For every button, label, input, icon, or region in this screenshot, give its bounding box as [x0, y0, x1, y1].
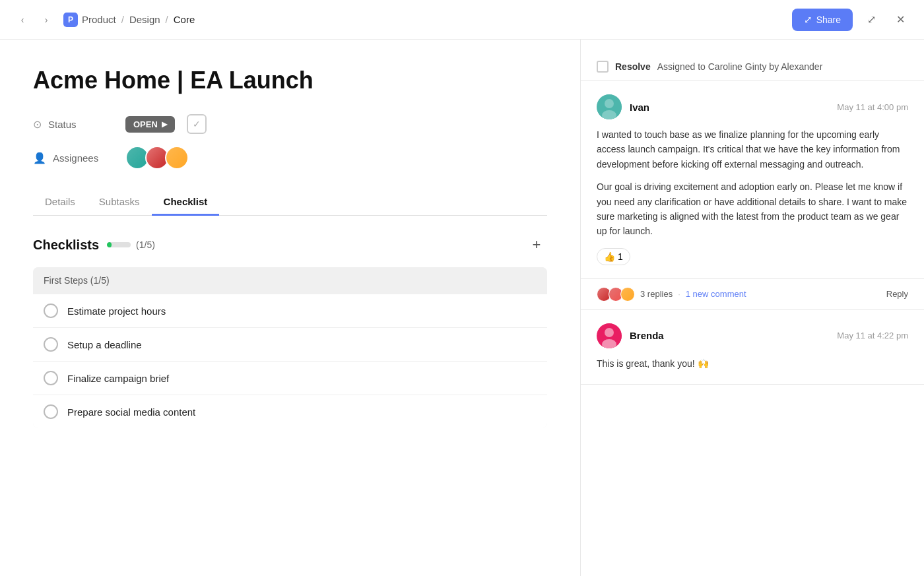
comment-header-ivan: Ivan May 11 at 4:00 pm — [597, 94, 908, 119]
comment-body-ivan: I wanted to touch base as we finalize pl… — [597, 127, 908, 239]
comment-author-ivan: Ivan — [630, 102, 649, 113]
breadcrumb-product[interactable]: Product — [82, 14, 116, 25]
status-badge[interactable]: OPEN ▶ — [125, 116, 175, 133]
share-label: Share — [816, 15, 841, 25]
reaction-thumbsup[interactable]: 👍 1 — [597, 248, 630, 265]
tabs: Details Subtasks Checklist — [33, 189, 547, 216]
reply-avatars — [597, 287, 635, 302]
breadcrumb: P Product / Design / Core — [63, 13, 195, 27]
breadcrumb-sep-1: / — [121, 14, 124, 25]
header: ‹ › P Product / Design / Core ⤢ Share ⤢ … — [0, 0, 924, 40]
share-icon: ⤢ — [804, 14, 812, 26]
status-icon: ⊙ — [33, 118, 42, 131]
svg-point-4 — [605, 328, 614, 337]
checklists-header: Checklists (1/5) + — [33, 234, 547, 255]
reaction-bar-ivan: 👍 1 — [597, 248, 908, 265]
comment-para2-ivan: Our goal is driving excitement and adopt… — [597, 179, 908, 239]
resolve-checkbox[interactable] — [597, 61, 609, 73]
resolve-label: Resolve — [615, 61, 651, 72]
left-panel: Acme Home | EA Launch ⊙ Status OPEN ▶ ✓ … — [0, 40, 581, 576]
share-button[interactable]: ⤢ Share — [792, 9, 853, 31]
avatar-3[interactable] — [165, 146, 189, 170]
progress-bar-wrap: (1/5) — [107, 240, 155, 250]
comment-para1-ivan: I wanted to touch base as we finalize pl… — [597, 127, 908, 172]
tab-subtasks[interactable]: Subtasks — [87, 189, 152, 216]
status-row: ⊙ Status OPEN ▶ ✓ — [33, 114, 547, 134]
breadcrumb-design[interactable]: Design — [129, 14, 160, 25]
checklist-check-4[interactable] — [44, 404, 58, 419]
checklist-check-1[interactable] — [44, 304, 58, 318]
reaction-emoji: 👍 — [604, 251, 615, 262]
checklist-check-3[interactable] — [44, 371, 58, 385]
checklist-item-3: Finalize campaign brief — [33, 361, 547, 395]
avatar-brenda — [597, 323, 622, 348]
header-right: ⤢ Share ⤢ ✕ — [792, 9, 911, 31]
progress-fill — [107, 242, 112, 247]
tab-details[interactable]: Details — [33, 189, 87, 216]
checklist-item-4: Prepare social media content — [33, 395, 547, 428]
assignees-row: 👤 Assignees — [33, 146, 547, 170]
comment-time-brenda: May 11 at 4:22 pm — [837, 331, 908, 340]
status-field-label: Status — [48, 119, 77, 130]
dot-separator: · — [678, 289, 680, 299]
reply-button-ivan[interactable]: Reply — [886, 289, 908, 299]
expand-button[interactable]: ⤢ — [861, 9, 882, 30]
progress-label: (1/5) — [136, 240, 155, 250]
comment-author-brenda: Brenda — [630, 330, 664, 341]
right-panel: Resolve Assigned to Caroline Ginty by Al… — [581, 40, 924, 576]
assignees-icon: 👤 — [33, 152, 46, 164]
svg-point-1 — [605, 99, 614, 108]
replies-count: 3 replies — [640, 289, 673, 299]
check-icon: ✓ — [193, 119, 201, 129]
product-icon: P — [63, 13, 78, 27]
checklist-group-header: First Steps (1/5) — [33, 267, 547, 294]
checklist-item-1: Estimate project hours — [33, 294, 547, 327]
nav-arrows: ‹ › — [13, 11, 55, 29]
reaction-count: 1 — [618, 251, 623, 262]
main: Acme Home | EA Launch ⊙ Status OPEN ▶ ✓ … — [0, 40, 924, 576]
status-arrow-icon: ▶ — [162, 120, 167, 129]
checklist-text-1: Estimate project hours — [67, 305, 166, 317]
checklist-text-2: Setup a deadline — [67, 339, 142, 350]
checklists-title: Checklists — [33, 238, 99, 253]
comment-ivan: Ivan May 11 at 4:00 pm I wanted to touch… — [581, 81, 924, 279]
reply-avatar-3 — [620, 287, 635, 302]
comment-header-brenda: Brenda May 11 at 4:22 pm — [597, 323, 908, 348]
checklist-text-4: Prepare social media content — [67, 406, 195, 418]
replies-bar: 3 replies · 1 new comment Reply — [581, 279, 924, 310]
back-arrow[interactable]: ‹ — [13, 11, 32, 29]
status-value: OPEN — [133, 119, 158, 129]
progress-bar — [107, 242, 131, 247]
resolve-bar: Resolve Assigned to Caroline Ginty by Al… — [581, 53, 924, 81]
assignees-list[interactable] — [125, 146, 189, 170]
status-check-button[interactable]: ✓ — [187, 114, 207, 134]
task-title: Acme Home | EA Launch — [33, 66, 547, 94]
close-button[interactable]: ✕ — [890, 9, 911, 30]
resolve-desc: Assigned to Caroline Ginty by Alexander — [657, 61, 823, 72]
forward-arrow[interactable]: › — [37, 11, 55, 29]
comment-text-brenda: This is great, thank you! 🙌 — [597, 356, 908, 371]
new-comment-link[interactable]: 1 new comment — [686, 289, 746, 299]
breadcrumb-core[interactable]: Core — [174, 14, 195, 25]
checklist-check-2[interactable] — [44, 337, 58, 352]
checklist-text-3: Finalize campaign brief — [67, 373, 169, 384]
comment-brenda: Brenda May 11 at 4:22 pm This is great, … — [581, 310, 924, 385]
checklist-group: First Steps (1/5) Estimate project hours… — [33, 267, 547, 428]
assignees-label: 👤 Assignees — [33, 152, 125, 164]
assignees-field-label: Assignees — [53, 152, 98, 164]
status-label: ⊙ Status — [33, 118, 125, 131]
comment-time-ivan: May 11 at 4:00 pm — [837, 102, 908, 112]
checklist-item-2: Setup a deadline — [33, 327, 547, 361]
tab-checklist[interactable]: Checklist — [152, 189, 220, 216]
avatar-ivan — [597, 94, 622, 119]
add-checklist-button[interactable]: + — [526, 234, 547, 255]
breadcrumb-sep-2: / — [166, 14, 168, 25]
comment-body-brenda: This is great, thank you! 🙌 — [597, 356, 908, 371]
